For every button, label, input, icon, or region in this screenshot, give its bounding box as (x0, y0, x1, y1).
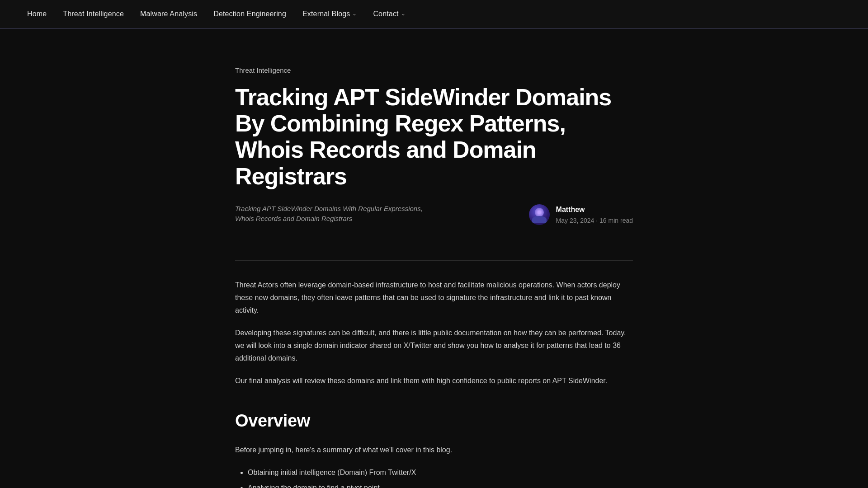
overview-list-item-2: Analysing the domain to find a pivot poi… (248, 482, 633, 488)
nav-item-threat-intelligence[interactable]: Threat Intelligence (63, 8, 124, 20)
nav-item-home[interactable]: Home (27, 8, 47, 20)
nav-item-external-blogs[interactable]: External Blogs ⌄ (302, 8, 357, 20)
article-body: Threat Actors often leverage domain-base… (235, 279, 633, 488)
author-info-block: Matthew May 23, 2024 · 16 min read (529, 204, 633, 225)
body-paragraph-2: Developing these signatures can be diffi… (235, 327, 633, 365)
overview-heading: Overview (235, 407, 633, 435)
post-meta: May 23, 2024 · 16 min read (556, 216, 633, 225)
author-details: Matthew May 23, 2024 · 16 min read (556, 204, 633, 225)
article-title: Tracking APT SideWinder Domains By Combi… (235, 84, 633, 189)
author-avatar (529, 204, 550, 225)
body-paragraph-1: Threat Actors often leverage domain-base… (235, 279, 633, 317)
nav-item-malware-analysis[interactable]: Malware Analysis (140, 8, 197, 20)
author-name: Matthew (556, 204, 633, 216)
overview-intro: Before jumping in, here's a summary of w… (235, 444, 633, 456)
article-category: Threat Intelligence (235, 65, 633, 76)
external-blogs-chevron-icon: ⌄ (352, 9, 357, 18)
nav-item-detection-engineering[interactable]: Detection Engineering (213, 8, 286, 20)
section-divider (235, 260, 633, 261)
article-subtitle: Tracking APT SideWinder Domains With Reg… (235, 204, 423, 224)
contact-chevron-icon: ⌄ (401, 9, 406, 18)
body-paragraph-3: Our final analysis will review these dom… (235, 375, 633, 387)
overview-list: Obtaining initial intelligence (Domain) … (235, 466, 633, 488)
nav-item-contact[interactable]: Contact ⌄ (373, 8, 405, 20)
overview-list-item-1: Obtaining initial intelligence (Domain) … (248, 466, 633, 479)
main-nav: Home Threat Intelligence Malware Analysi… (0, 0, 868, 29)
